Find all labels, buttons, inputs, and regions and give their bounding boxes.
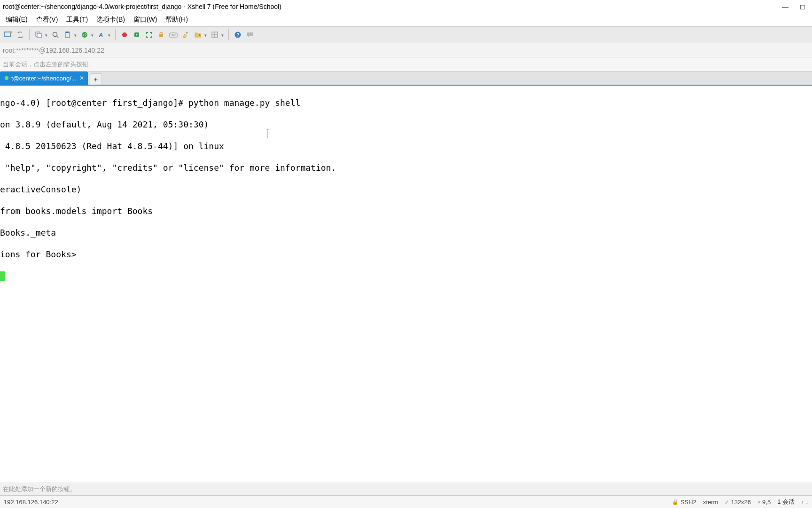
globe-icon[interactable] [79, 30, 90, 40]
terminal-prompt-line [0, 270, 812, 281]
status-bar: 192.168.126.140:22 🔒 SSH2 xterm ⤢ 132x26… [0, 496, 812, 508]
search-icon[interactable] [50, 30, 61, 40]
terminal[interactable]: ngo-4.0) [root@center first_django]# pyt… [0, 86, 812, 483]
tab-label: t@center:~/shencong/... [11, 75, 77, 82]
terminal-line: Books._meta [0, 227, 812, 238]
paste-icon[interactable] [62, 30, 73, 40]
status-right: 🔒 SSH2 xterm ⤢ 132x26 ⌖ 9,5 1 会话 ↑ ↓ [672, 498, 808, 506]
record-icon[interactable] [119, 30, 130, 40]
svg-rect-18 [172, 36, 175, 37]
terminal-line: ions for Books> [0, 249, 812, 260]
address-text: root:*********@192.168.126.140:22 [3, 47, 104, 54]
toolbar-separator [115, 29, 116, 40]
titlebar: root@center:~/shencong/django-4.0/work-p… [0, 0, 812, 13]
connection-status-icon [5, 76, 8, 80]
status-cursor: 9,5 [762, 499, 771, 506]
status-session-segment: 1 会话 [777, 498, 795, 506]
stop-play-icon[interactable] [132, 30, 142, 40]
maximize-button[interactable]: ◻ [800, 3, 805, 10]
svg-rect-12 [159, 34, 163, 37]
ibeam-cursor-icon [267, 129, 267, 138]
svg-point-17 [175, 34, 176, 35]
window-controls: — ◻ [782, 3, 805, 10]
status-arrows: ↑ ↓ [801, 499, 808, 505]
add-tab-button[interactable]: + [90, 73, 102, 85]
up-arrow-icon[interactable]: ↑ [801, 499, 804, 505]
terminal-line: from books.models import Books [0, 206, 812, 216]
status-session: 1 会话 [777, 498, 795, 506]
connect-icon[interactable] [15, 30, 25, 40]
padlock-icon: 🔒 [672, 499, 679, 505]
svg-point-14 [171, 34, 172, 35]
dimensions-icon: ⤢ [725, 499, 729, 505]
layout-icon[interactable] [210, 30, 220, 40]
terminal-line: ngo-4.0) [root@center first_django]# pyt… [0, 97, 812, 108]
svg-text:+: + [198, 33, 201, 38]
svg-point-1 [18, 32, 19, 33]
sessions-hint-text: 当前会话，点击左侧的箭头按钮。 [3, 60, 94, 69]
svg-rect-7 [66, 32, 69, 33]
menu-edit[interactable]: 编辑(E) [2, 14, 31, 25]
lock-icon[interactable] [156, 30, 166, 40]
menu-view[interactable]: 查看(V) [32, 14, 62, 25]
status-term: xterm [703, 499, 718, 506]
address-bar[interactable]: root:*********@192.168.126.140:22 [0, 43, 812, 57]
menu-window[interactable]: 窗口(W) [130, 14, 161, 25]
svg-rect-0 [5, 32, 10, 37]
keyboard-icon[interactable] [168, 30, 179, 40]
status-ssh-segment: 🔒 SSH2 [672, 499, 696, 506]
tab-bar: t@center:~/shencong/... ✕ + [0, 71, 812, 86]
window-title: root@center:~/shencong/django-4.0/work-p… [3, 3, 782, 10]
session-tab[interactable]: t@center:~/shencong/... ✕ [0, 71, 88, 85]
menu-tools[interactable]: 工具(T) [62, 14, 92, 25]
status-size-segment: ⤢ 132x26 [725, 499, 751, 506]
menu-help[interactable]: 帮助(H) [162, 14, 191, 25]
bottom-hint-text: 在此处添加一个新的按钮。 [3, 485, 76, 493]
bottom-hint-bar[interactable]: 在此处添加一个新的按钮。 [0, 483, 812, 496]
copy-icon[interactable] [33, 30, 44, 40]
svg-rect-4 [37, 33, 41, 38]
speech-bubble-icon[interactable] [245, 30, 255, 40]
status-ssh: SSH2 [680, 499, 696, 506]
status-term-segment: xterm [703, 499, 718, 506]
svg-text:?: ? [237, 32, 240, 38]
toolbar-separator [29, 29, 30, 40]
svg-point-15 [172, 34, 173, 35]
toolbar-separator [228, 29, 229, 40]
svg-point-5 [53, 32, 57, 37]
cursor-pos-icon: ⌖ [757, 499, 760, 505]
menubar: 编辑(E) 查看(V) 工具(T) 选项卡(B) 窗口(W) 帮助(H) [0, 13, 812, 26]
svg-text:A: A [98, 32, 103, 39]
menu-tabs[interactable]: 选项卡(B) [93, 14, 129, 25]
highlight-icon[interactable] [180, 30, 191, 40]
svg-point-8 [82, 32, 87, 38]
terminal-line: "help", "copyright", "credits" or "licen… [0, 162, 812, 173]
minimize-button[interactable]: — [782, 3, 789, 10]
terminal-line: on 3.8.9 (default, Aug 14 2021, 05:30:30… [0, 119, 812, 130]
status-host: 192.168.126.140:22 [4, 499, 672, 506]
status-cursor-segment: ⌖ 9,5 [757, 499, 771, 506]
status-size: 132x26 [731, 499, 751, 506]
new-folder-icon[interactable]: + [193, 30, 203, 40]
down-arrow-icon[interactable]: ↓ [806, 499, 809, 505]
svg-rect-13 [170, 33, 177, 37]
font-icon[interactable]: A [96, 30, 107, 40]
close-tab-icon[interactable]: ✕ [79, 75, 84, 81]
sessions-hint-bar: 当前会话，点击左侧的箭头按钮。 [0, 57, 812, 71]
help-icon[interactable]: ? [233, 30, 243, 40]
fullscreen-icon[interactable] [144, 30, 154, 40]
terminal-line: eractiveConsole) [0, 184, 812, 195]
new-session-icon[interactable] [3, 30, 13, 40]
toolbar: A + ? [0, 26, 812, 43]
svg-point-10 [122, 32, 127, 37]
terminal-cursor-icon [0, 271, 5, 281]
terminal-line: 4.8.5 20150623 (Red Hat 4.8.5-44)] on li… [0, 141, 812, 151]
svg-point-16 [173, 34, 174, 35]
svg-point-2 [22, 37, 23, 38]
